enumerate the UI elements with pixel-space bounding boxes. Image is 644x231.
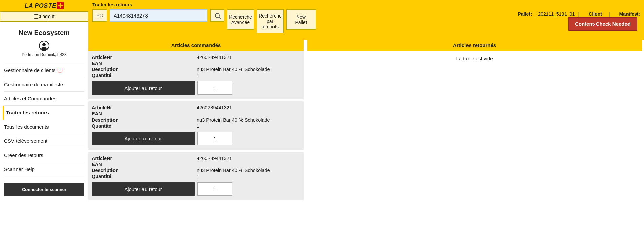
ordered-articles-column: Articles commandés ArticleNr426028944132… [88, 40, 304, 231]
field-value: nu3 Protein Bar 40 % Schokolade [197, 117, 300, 123]
sidebar-item-0[interactable]: Gestionnaire de clients↑ [4, 63, 84, 77]
client-info: Client | [589, 11, 610, 17]
return-qty-input[interactable] [197, 132, 232, 145]
pallet-info: Pallet: _202111_5131_01 | [518, 11, 579, 17]
user-icon [39, 41, 49, 51]
meta-info: Pallet: _202111_5131_01 | Client | Manif… [518, 9, 640, 17]
field-label: ArticleNr [92, 105, 197, 110]
field-value: 1 [197, 123, 300, 129]
brand-name: LA POSTE [25, 2, 56, 9]
article-row-ean: EAN [92, 60, 300, 66]
field-label: ArticleNr [92, 156, 197, 161]
ordered-articles-list: ArticleNr4260289441321EANDescriptionnu3 … [88, 51, 304, 202]
content-check-button[interactable]: Content-Check Needed [568, 17, 637, 31]
sidebar-nav: Gestionnaire de clients↑Gestionnaire de … [0, 63, 88, 176]
new-pallet-button[interactable]: New Pallet [286, 9, 316, 30]
field-label: Description [92, 117, 197, 123]
returned-articles-column: Articles retournés La table est vide [307, 40, 642, 231]
article-row-description: Descriptionnu3 Protein Bar 40 % Schokola… [92, 66, 300, 72]
article-row-ean: EAN [92, 161, 300, 167]
manifest-label: Manifest: [619, 11, 640, 17]
user-name: Portmann Dominik, LS23 [0, 52, 88, 57]
returned-empty-message: La table est vide [307, 51, 642, 66]
article-row-description: Descriptionnu3 Protein Bar 40 % Schokola… [92, 167, 300, 173]
field-label: EAN [92, 111, 197, 117]
topbar-row: BC Recherche Avancée Recherche par attri… [92, 9, 640, 33]
field-value [197, 61, 300, 66]
field-value: 4260289441321 [197, 105, 300, 110]
return-qty-input[interactable] [197, 182, 232, 196]
topbar: Traiter les retours BC Recherche Avancée… [88, 0, 644, 40]
sidebar-item-label: Articles et Commandes [4, 96, 56, 101]
advanced-search-button[interactable]: Recherche Avancée [227, 9, 254, 30]
field-label: ArticleNr [92, 55, 197, 60]
add-to-return-button[interactable]: Ajouter au retour [92, 132, 195, 145]
shield-icon: ↑ [58, 68, 62, 73]
field-value [197, 111, 300, 117]
ordered-header: Articles commandés [88, 40, 304, 51]
article-card: ArticleNr4260289441321EANDescriptionnu3 … [88, 51, 304, 101]
logout-icon [34, 14, 38, 19]
field-value: nu3 Protein Bar 40 % Schokolade [197, 168, 300, 173]
field-label: EAN [92, 162, 197, 167]
attribute-search-button[interactable]: Recherche par attributs [257, 9, 284, 33]
avatar [0, 37, 88, 52]
article-card: ArticleNr4260289441321EANDescriptionnu3 … [88, 152, 304, 202]
search-icon [215, 13, 220, 18]
article-row-quantity: Quantité1 [92, 72, 300, 78]
sidebar-item-label: Gestionnaire de manifeste [4, 81, 63, 87]
pallet-label: Pallet: [518, 11, 532, 17]
article-row-articleNr: ArticleNr4260289441321 [92, 54, 300, 60]
sidebar-item-label: Traiter les retours [6, 110, 49, 116]
sidebar-item-label: Tous les documents [4, 124, 49, 130]
sidebar-item-2[interactable]: Articles et Commandes [4, 92, 84, 106]
article-row-ean: EAN [92, 111, 300, 117]
article-row-quantity: Quantité1 [92, 173, 300, 179]
divider: | [578, 11, 579, 17]
pallet-value: _202111_5131_01 [536, 11, 575, 17]
sidebar-item-label: Créer des retours [4, 152, 43, 158]
field-value: 1 [197, 73, 300, 78]
add-to-return-button[interactable]: Ajouter au retour [92, 182, 195, 196]
field-value: 1 [197, 174, 300, 179]
connect-scanner-button[interactable]: Connecter le scanner [4, 183, 84, 196]
sidebar-item-label: Scanner Help [4, 166, 35, 172]
article-row-articleNr: ArticleNr4260289441321 [92, 105, 300, 111]
logout-button[interactable]: Logout [0, 11, 88, 22]
field-value [197, 162, 300, 167]
search-button[interactable] [210, 9, 224, 22]
returned-header: Articles retournés [307, 40, 642, 51]
field-label: Quantité [92, 123, 197, 129]
field-label: Quantité [92, 73, 197, 78]
barcode-input[interactable] [110, 9, 207, 22]
sidebar-item-7[interactable]: Scanner Help [4, 162, 84, 176]
client-label: Client [589, 11, 602, 17]
main: Traiter les retours BC Recherche Avancée… [88, 0, 644, 231]
return-qty-input[interactable] [197, 81, 232, 95]
divider: | [609, 11, 610, 17]
bc-prefix-label: BC [92, 9, 107, 22]
add-to-return-button[interactable]: Ajouter au retour [92, 81, 195, 95]
sidebar-item-5[interactable]: CSV téléversement [4, 134, 84, 148]
brand-logo: LA POSTE [0, 0, 88, 11]
article-card: ArticleNr4260289441321EANDescriptionnu3 … [88, 101, 304, 152]
article-row-description: Descriptionnu3 Protein Bar 40 % Schokola… [92, 117, 300, 123]
article-actions: Ajouter au retour [92, 182, 300, 196]
sidebar-item-6[interactable]: Créer des retours [4, 148, 84, 162]
field-value: nu3 Protein Bar 40 % Schokolade [197, 67, 300, 72]
article-actions: Ajouter au retour [92, 132, 300, 145]
sidebar-item-3[interactable]: Traiter les retours [3, 106, 84, 120]
field-label: Quantité [92, 174, 197, 179]
field-label: Description [92, 168, 197, 173]
manifest-info: Manifest: [619, 11, 640, 17]
field-label: EAN [92, 61, 197, 66]
company-name: New Ecosystem [0, 29, 88, 37]
article-row-articleNr: ArticleNr4260289441321 [92, 155, 300, 161]
article-row-quantity: Quantité1 [92, 123, 300, 129]
content-area: Articles commandés ArticleNr426028944132… [88, 40, 644, 231]
sidebar-item-1[interactable]: Gestionnaire de manifeste [4, 77, 84, 92]
logout-label: Logout [40, 14, 55, 19]
sidebar-item-4[interactable]: Tous les documents [4, 120, 84, 134]
field-label: Description [92, 67, 197, 72]
brand-plus-icon [57, 2, 64, 9]
